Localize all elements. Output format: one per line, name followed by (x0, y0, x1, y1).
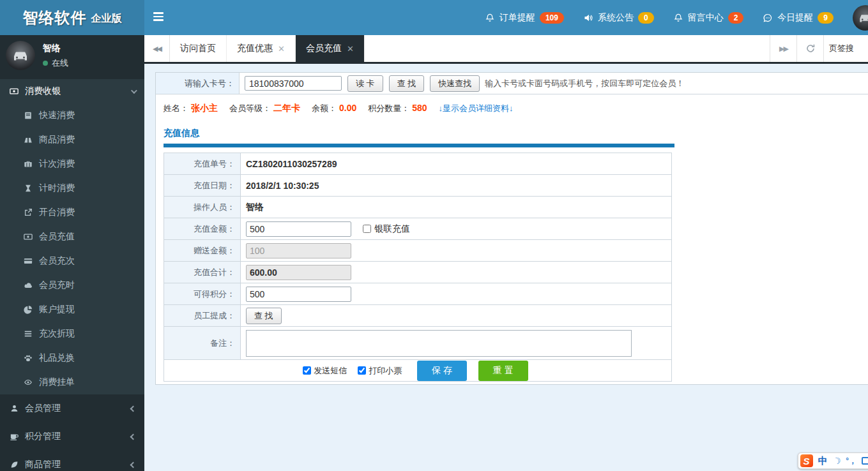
sidebar-item-goods-consume[interactable]: 商品消费 (0, 128, 144, 152)
amount-input[interactable] (246, 221, 351, 237)
bell-icon (673, 13, 683, 23)
save-button[interactable]: 保 存 (417, 361, 467, 381)
binoculars-icon (23, 135, 33, 144)
sidebar-item-member-time-recharge[interactable]: 会员充时 (0, 273, 144, 297)
tab-recharge-promo[interactable]: 充值优惠 ✕ (227, 35, 296, 62)
system-notice-item[interactable]: 系统公告 0 (583, 12, 654, 24)
bars-icon (23, 329, 33, 338)
card-search-hint: 输入卡号或卡面号码或手机号，按回车即可定位会员！ (485, 78, 684, 89)
send-sms-checkbox[interactable] (303, 366, 311, 375)
print-receipt-label: 打印小票 (369, 365, 402, 377)
print-receipt-checkbox[interactable] (358, 366, 366, 375)
tab-search-label[interactable]: 页签搜 (823, 35, 868, 62)
gift-amount-input (246, 243, 351, 258)
moon-icon[interactable]: ☽ (832, 455, 842, 467)
tab-member-recharge[interactable]: 会员充值 ✕ (296, 35, 365, 62)
suitcase-icon (23, 160, 33, 168)
sidebar-avatar[interactable] (6, 41, 35, 70)
sidebar-item-time-consume[interactable]: 计时消费 (0, 176, 144, 200)
member-level-value: 二年卡 (273, 103, 300, 114)
show-member-detail-link[interactable]: ↓显示会员详细资料↓ (439, 103, 514, 114)
order-reminder-label: 订单提醒 (499, 12, 535, 24)
commission-find-button[interactable]: 查 找 (246, 308, 282, 324)
bell-icon (485, 13, 495, 23)
ime-punctuation-toggle[interactable]: °， (846, 456, 857, 467)
table-row: 充值合计： (164, 262, 672, 283)
member-balance-label: 余额： (312, 103, 337, 114)
header-right: 订单提醒 109 系统公告 0 留言中心 2 (485, 0, 868, 35)
order-no-value: CZ1802011030257289 (246, 159, 337, 169)
total-label: 充值合计： (164, 262, 241, 283)
table-row: 赠送金额： (164, 240, 672, 262)
refresh-icon[interactable] (796, 35, 823, 62)
sidebar-toggle-icon[interactable] (153, 10, 166, 23)
reset-button[interactable]: 重 置 (478, 361, 528, 381)
sidebar-item-quick-consume[interactable]: 快速消费 (0, 103, 144, 128)
sidebar-user-panel: 智络 在线 (0, 35, 144, 77)
today-reminder-badge: 9 (818, 12, 834, 24)
sidebar-item-member-recharge[interactable]: 会员充值 (0, 225, 144, 249)
earn-points-input[interactable] (246, 287, 351, 302)
ime-language-toggle[interactable]: 中 (818, 455, 828, 467)
read-card-button[interactable]: 读 卡 (347, 75, 383, 92)
table-row: 员工提成： 查 找 (164, 305, 672, 327)
sidebar-item-points-management[interactable]: 积分管理 (0, 422, 144, 451)
message-center-label: 留言中心 (688, 12, 724, 24)
member-points-label: 积分数量： (368, 103, 409, 114)
card-search-row: 请输入卡号： 读 卡 查 找 快速查找 输入卡号或卡面号码或手机号，按回车即可定… (156, 73, 868, 94)
chevron-left-icon (130, 433, 137, 440)
sidebar-item-account-withdraw[interactable]: 账户提现 (0, 297, 144, 322)
today-reminder-label: 今日提醒 (777, 12, 813, 24)
hourglass-icon (23, 184, 33, 193)
sidebar-item-member-count-recharge[interactable]: 会员充次 (0, 249, 144, 273)
eye-icon (23, 378, 33, 387)
remark-label: 备注： (164, 327, 241, 360)
table-row: 充值日期： 2018/2/1 10:30:25 (164, 175, 672, 197)
user-avatar[interactable] (853, 5, 868, 31)
app-logo[interactable]: 智络软件 企业版 (0, 0, 144, 35)
recharge-date-value: 2018/2/1 10:30:25 (246, 181, 319, 191)
sidebar-item-goods-management[interactable]: 商品管理 (0, 451, 144, 471)
cloud-icon (23, 281, 33, 290)
chevron-down-icon (131, 87, 137, 94)
credit-card-icon (23, 257, 33, 265)
sidebar-item-count-consume[interactable]: 计次消费 (0, 152, 144, 176)
today-reminder-item[interactable]: 今日提醒 9 (763, 12, 834, 24)
tabs-scroll-left-icon[interactable]: ◀◀ (144, 35, 170, 62)
sidebar-item-member-management[interactable]: 会员管理 (0, 394, 144, 422)
pie-chart-icon (23, 305, 33, 314)
member-points-value: 580 (412, 103, 427, 113)
tab-content: 请输入卡号： 读 卡 查 找 快速查找 输入卡号或卡面号码或手机号，按回车即可定… (144, 66, 868, 471)
find-button[interactable]: 查 找 (389, 75, 425, 92)
unionpay-checkbox[interactable] (363, 225, 371, 233)
staff-commission-label: 员工提成： (164, 305, 241, 327)
sidebar-item-open-table-consume[interactable]: 开台消费 (0, 200, 144, 225)
chevron-left-icon (130, 461, 137, 468)
member-name-label: 姓名： (164, 103, 188, 114)
keyboard-icon[interactable] (862, 457, 868, 465)
quick-find-button[interactable]: 快速查找 (430, 75, 480, 92)
sidebar-item-gift-exchange[interactable]: 礼品兑换 (0, 346, 144, 370)
chat-icon (763, 13, 773, 23)
sogou-logo-icon[interactable]: S (800, 454, 813, 467)
tab-home[interactable]: 访问首页 (170, 35, 227, 62)
sidebar-item-consume-hold[interactable]: 消费挂单 (0, 370, 144, 394)
message-center-badge: 2 (728, 12, 744, 24)
close-icon[interactable]: ✕ (278, 45, 285, 53)
table-row: 可得积分： (164, 283, 672, 305)
tab-controls: ▶▶ 页签搜 (770, 35, 868, 62)
remark-textarea[interactable] (246, 330, 632, 357)
card-number-input[interactable] (245, 76, 342, 91)
order-reminder-item[interactable]: 订单提醒 109 (485, 12, 564, 24)
unionpay-label: 银联充值 (374, 223, 410, 235)
order-reminder-badge: 109 (540, 12, 564, 24)
message-center-item[interactable]: 留言中心 2 (673, 12, 744, 24)
sidebar-item-count-cashout[interactable]: 充次折现 (0, 322, 144, 346)
top-header: 智络软件 企业版 订单提醒 109 系统公告 0 (0, 0, 868, 35)
table-row: 备注： (164, 327, 672, 360)
close-icon[interactable]: ✕ (347, 45, 354, 53)
sidebar-item-cashier[interactable]: 消费收银 (0, 79, 144, 103)
order-no-label: 充值单号： (164, 153, 241, 175)
tabs-scroll-right-icon[interactable]: ▶▶ (770, 35, 796, 62)
external-link-icon (23, 208, 33, 217)
